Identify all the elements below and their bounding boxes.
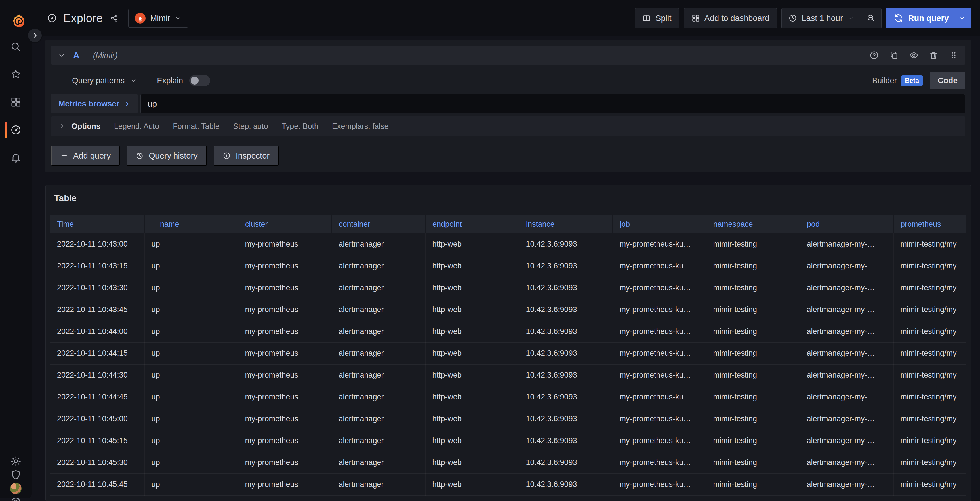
query-options-row[interactable]: Options Legend: Auto Format: Table Step:… [51,116,965,136]
explore-compass-icon [47,13,57,23]
share-icon[interactable] [110,14,119,22]
promql-query-input[interactable] [140,94,965,113]
help-icon[interactable] [10,496,22,501]
table-row: 2022-10-11 10:44:30upmy-prometheusalertm… [50,364,966,386]
time-range-picker[interactable]: Last 1 hour [782,8,860,28]
table-scroll-area[interactable]: Time __name__ cluster container endpoint… [50,215,966,501]
code-mode-tab[interactable]: Code [930,72,965,89]
table-cell: http-web [425,342,519,364]
table-cell: 2022-10-11 10:44:00 [50,321,145,342]
run-query-dropdown[interactable] [957,8,971,29]
table-cell: my-prometheus [238,321,332,342]
table-cell: 10.42.3.6:9093 [519,430,612,452]
inspector-button[interactable]: Inspector [214,146,278,166]
builder-mode-tab[interactable]: Builder Beta [865,72,930,89]
table-cell: alertmanager [332,408,425,430]
column-header-time[interactable]: Time [50,215,145,233]
table-cell: my-prometheus [238,277,332,299]
run-query-button[interactable]: Run query [886,8,971,29]
zoom-out-time-button[interactable] [861,8,881,28]
dashboards-icon[interactable] [10,97,22,108]
column-header-prometheus[interactable]: prometheus [894,215,966,233]
table-cell: up [145,452,238,474]
table-cell: my-prometheus-ku… [612,430,706,452]
query-patterns-dropdown[interactable]: Query patterns [72,76,137,85]
table-cell: mimir-testing [706,452,800,474]
add-to-dashboard-button[interactable]: Add to dashboard [684,8,777,29]
table-cell: my-prometheus-ku… [612,474,706,495]
table-row: 2022-10-11 10:45:30upmy-prometheusalertm… [50,452,966,474]
table-cell: alertmanager-my-… [800,255,894,277]
panel-title: Table [54,193,970,204]
column-header-endpoint[interactable]: endpoint [425,215,519,233]
table-cell: 2022-10-11 10:44:15 [50,342,145,364]
split-button[interactable]: Split [635,8,679,29]
prometheus-datasource-icon [135,13,146,24]
table-cell: my-prometheus-ku… [612,452,706,474]
table-cell: my-prometheus [238,452,332,474]
query-ref-id[interactable]: A [73,51,80,60]
column-header-job[interactable]: job [612,215,706,233]
zoom-out-icon [867,14,876,23]
table-cell: alertmanager [332,299,425,321]
table-cell: alertmanager [332,474,425,495]
drag-handle-icon[interactable] [949,51,958,60]
add-query-button[interactable]: Add query [51,146,120,166]
column-header-instance[interactable]: instance [519,215,612,233]
table-cell: mimir-testing [706,321,800,342]
table-cell: 10.42.3.6:9093 [519,299,612,321]
datasource-picker[interactable]: Mimir [128,9,188,27]
starred-icon[interactable] [10,68,22,80]
explore-nav-icon[interactable] [10,124,22,135]
remove-query-trash-icon[interactable] [929,51,939,60]
table-cell: 10.42.3.6:9093 [519,364,612,386]
alerting-icon[interactable] [10,152,22,164]
table-cell: my-prometheus-ku… [612,233,706,255]
sidebar [0,0,32,498]
search-icon[interactable] [10,41,22,52]
table-cell: 10.42.3.6:9093 [519,452,612,474]
query-help-icon[interactable] [869,51,879,60]
table-cell: up [145,321,238,342]
table-cell: http-web [425,386,519,408]
query-history-button[interactable]: Query history [127,146,207,166]
table-cell: 2022-10-11 10:45:00 [50,408,145,430]
table-cell: 10.42.3.6:9093 [519,321,612,342]
history-icon [135,152,143,160]
column-header-pod[interactable]: pod [800,215,894,233]
admin-shield-icon[interactable] [10,469,22,480]
table-cell: 2022-10-11 10:43:15 [50,255,145,277]
datasource-name: Mimir [150,14,170,23]
table-cell: mimir-testing [706,233,800,255]
collapse-chevron-icon[interactable] [58,52,65,59]
explain-toggle[interactable] [189,75,210,86]
table-cell: up [145,299,238,321]
column-header-namespace[interactable]: namespace [706,215,800,233]
options-label: Options [72,122,100,131]
table-cell: up [145,255,238,277]
table-cell: mimir-testing [706,342,800,364]
table-cell: my-prometheus-ku… [612,408,706,430]
table-cell: 2022-10-11 10:44:45 [50,386,145,408]
dashboard-grid-icon [692,14,700,22]
settings-gear-icon[interactable] [10,456,22,467]
duplicate-query-icon[interactable] [889,51,899,60]
grafana-logo-icon[interactable] [11,13,27,29]
table-cell: 2022-10-11 10:43:45 [50,299,145,321]
table-cell: my-prometheus-ku… [612,321,706,342]
metrics-browser-button[interactable]: Metrics browser [51,94,138,113]
query-row-header[interactable]: A (Mimir) [51,46,965,65]
column-header-container[interactable]: container [332,215,425,233]
expand-sidebar-button[interactable] [27,28,43,43]
column-header-name[interactable]: __name__ [145,215,238,233]
table-cell: mimir-testing/my [894,342,966,364]
table-cell: alertmanager-my-… [800,430,894,452]
user-avatar[interactable] [10,483,22,494]
table-cell: mimir-testing/my [894,255,966,277]
table-cell: alertmanager [332,255,425,277]
hide-response-eye-icon[interactable] [909,51,919,60]
query-editor-section: A (Mimir) Query patterns Explain Builder… [45,40,971,172]
run-query-label: Run query [908,14,949,23]
table-row: 2022-10-11 10:43:45upmy-prometheusalertm… [50,299,966,321]
column-header-cluster[interactable]: cluster [238,215,332,233]
